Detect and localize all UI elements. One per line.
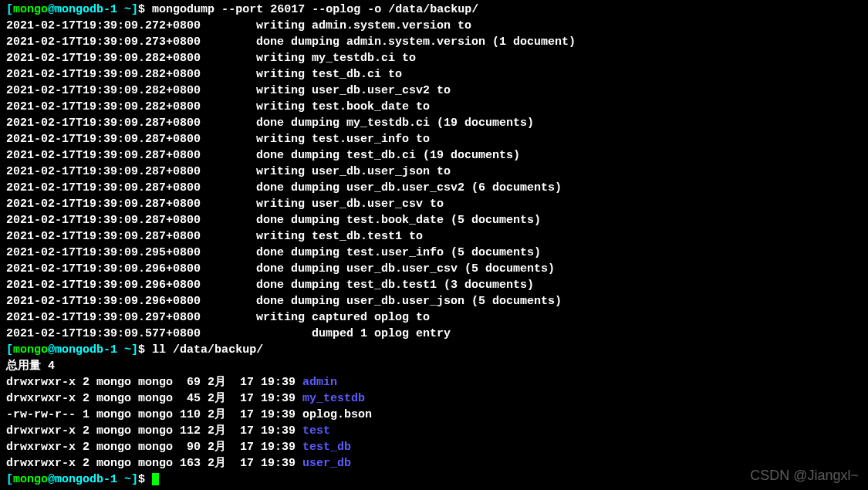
file-attrs: drwxrwxr-x 2 mongo mongo 90 2月 17 19:39 bbox=[6, 441, 302, 454]
output-line: 2021-02-17T19:39:09.296+0800 done dumpin… bbox=[6, 293, 862, 309]
directory-name: my_testdb bbox=[302, 392, 365, 405]
prompt-user: mongo bbox=[13, 343, 48, 357]
ls-output: drwxrwxr-x 2 mongo mongo 69 2月 17 19:39 … bbox=[6, 374, 862, 471]
output-line: 2021-02-17T19:39:09.287+0800 done dumpin… bbox=[6, 115, 862, 131]
bracket-close: ] bbox=[131, 343, 138, 357]
output-line: 2021-02-17T19:39:09.287+0800 done dumpin… bbox=[6, 147, 862, 164]
directory-name: test_db bbox=[302, 441, 351, 454]
command-text: mongodump --port 26017 --oplog -o /data/… bbox=[152, 3, 478, 16]
total-line: 总用量 4 bbox=[6, 358, 862, 374]
prompt-line-3: [mongo@mongodb-1 ~]$ bbox=[6, 471, 862, 488]
output-line: 2021-02-17T19:39:09.287+0800 done dumpin… bbox=[6, 212, 862, 228]
file-attrs: drwxrwxr-x 2 mongo mongo 163 2月 17 19:39 bbox=[6, 457, 302, 470]
bracket-open: [ bbox=[6, 3, 13, 16]
bracket-close: ] bbox=[131, 3, 138, 16]
prompt-at: @ bbox=[48, 473, 55, 486]
prompt-at: @ bbox=[48, 343, 55, 357]
prompt-user: mongo bbox=[13, 3, 48, 16]
output-line: 2021-02-17T19:39:09.287+0800 writing use… bbox=[6, 196, 862, 212]
output-line: 2021-02-17T19:39:09.287+0800 writing use… bbox=[6, 164, 862, 180]
output-line: 2021-02-17T19:39:09.282+0800 writing use… bbox=[6, 83, 862, 99]
output-line: 2021-02-17T19:39:09.577+0800 dumped 1 op… bbox=[6, 326, 862, 342]
ls-line: drwxrwxr-x 2 mongo mongo 45 2月 17 19:39 … bbox=[6, 390, 862, 407]
command-text: ll /data/backup/ bbox=[152, 343, 263, 357]
prompt-path: ~ bbox=[124, 343, 131, 357]
prompt-dollar: $ bbox=[138, 473, 152, 486]
output-line: 2021-02-17T19:39:09.287+0800 done dumpin… bbox=[6, 180, 862, 196]
output-line: 2021-02-17T19:39:09.273+0800 done dumpin… bbox=[6, 34, 862, 50]
file-attrs: drwxrwxr-x 2 mongo mongo 45 2月 17 19:39 bbox=[6, 392, 302, 405]
prompt-line-1: [mongo@mongodb-1 ~]$ mongodump --port 26… bbox=[6, 2, 862, 18]
watermark: CSDN @Jiangxl~ bbox=[750, 466, 859, 485]
ls-line: drwxrwxr-x 2 mongo mongo 112 2月 17 19:39… bbox=[6, 423, 862, 439]
prompt-path: ~ bbox=[124, 473, 131, 486]
prompt-host: mongodb-1 bbox=[55, 343, 124, 357]
output-line: 2021-02-17T19:39:09.295+0800 done dumpin… bbox=[6, 245, 862, 261]
directory-name: admin bbox=[302, 376, 337, 389]
output-line: 2021-02-17T19:39:09.282+0800 writing tes… bbox=[6, 66, 862, 83]
file-attrs: drwxrwxr-x 2 mongo mongo 69 2月 17 19:39 bbox=[6, 376, 302, 389]
prompt-at: @ bbox=[48, 3, 55, 16]
output-line: 2021-02-17T19:39:09.272+0800 writing adm… bbox=[6, 18, 862, 34]
ls-line: -rw-rw-r-- 1 mongo mongo 110 2月 17 19:39… bbox=[6, 407, 862, 423]
prompt-dollar: $ bbox=[138, 3, 152, 16]
prompt-host: mongodb-1 bbox=[55, 473, 124, 486]
directory-name: test bbox=[302, 424, 330, 438]
output-line: 2021-02-17T19:39:09.282+0800 writing tes… bbox=[6, 99, 862, 115]
output-line: 2021-02-17T19:39:09.296+0800 done dumpin… bbox=[6, 261, 862, 277]
ls-line: drwxrwxr-x 2 mongo mongo 163 2月 17 19:39… bbox=[6, 455, 862, 471]
prompt-host: mongodb-1 bbox=[55, 3, 124, 16]
output-line: 2021-02-17T19:39:09.296+0800 done dumpin… bbox=[6, 277, 862, 293]
cursor bbox=[152, 473, 159, 485]
terminal-output[interactable]: [mongo@mongodb-1 ~]$ mongodump --port 26… bbox=[6, 2, 862, 488]
ls-line: drwxrwxr-x 2 mongo mongo 90 2月 17 19:39 … bbox=[6, 439, 862, 455]
file-name: oplog.bson bbox=[302, 408, 372, 421]
mongodump-output: 2021-02-17T19:39:09.272+0800 writing adm… bbox=[6, 18, 862, 342]
bracket-close: ] bbox=[131, 473, 138, 486]
file-attrs: drwxrwxr-x 2 mongo mongo 112 2月 17 19:39 bbox=[6, 424, 302, 438]
output-line: 2021-02-17T19:39:09.282+0800 writing my_… bbox=[6, 50, 862, 66]
bracket-open: [ bbox=[6, 343, 13, 357]
file-attrs: -rw-rw-r-- 1 mongo mongo 110 2月 17 19:39 bbox=[6, 408, 302, 421]
bracket-open: [ bbox=[6, 473, 13, 486]
ls-line: drwxrwxr-x 2 mongo mongo 69 2月 17 19:39 … bbox=[6, 374, 862, 390]
output-line: 2021-02-17T19:39:09.297+0800 writing cap… bbox=[6, 309, 862, 326]
prompt-user: mongo bbox=[13, 473, 48, 486]
prompt-line-2: [mongo@mongodb-1 ~]$ ll /data/backup/ bbox=[6, 342, 862, 358]
directory-name: user_db bbox=[302, 457, 351, 470]
output-line: 2021-02-17T19:39:09.287+0800 writing tes… bbox=[6, 228, 862, 245]
prompt-path: ~ bbox=[124, 3, 131, 16]
output-line: 2021-02-17T19:39:09.287+0800 writing tes… bbox=[6, 131, 862, 147]
prompt-dollar: $ bbox=[138, 343, 152, 357]
